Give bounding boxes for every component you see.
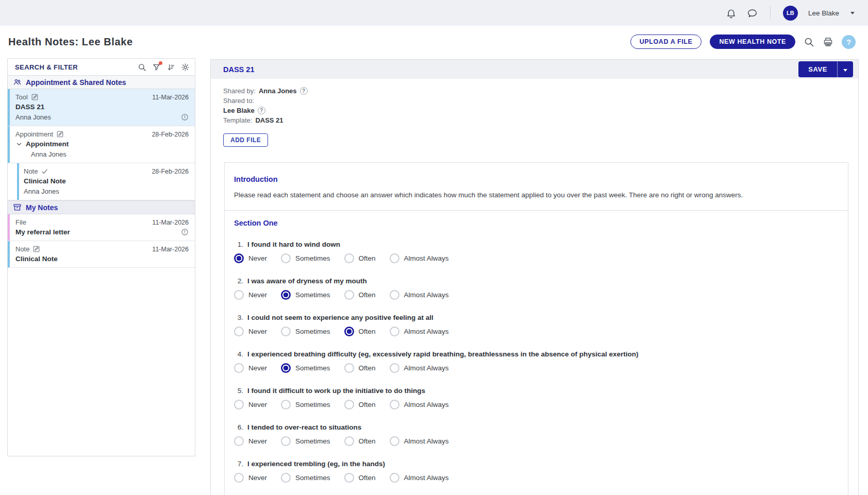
radio-button[interactable] (344, 290, 354, 300)
radio-button[interactable] (234, 400, 244, 409)
answer-option-sometimes[interactable]: Sometimes (281, 290, 330, 300)
radio-button[interactable] (281, 436, 291, 446)
answer-option-sometimes[interactable]: Sometimes (281, 253, 330, 263)
note-item-clinical-note-shared[interactable]: Note 28-Feb-2026 Clinical Note Anna Jone… (8, 163, 195, 200)
save-button[interactable]: SAVE (798, 61, 838, 77)
radio-button[interactable] (344, 473, 354, 483)
radio-label: Often (359, 474, 376, 482)
shared-notes-section-label: Appointment & Shared Notes (26, 78, 126, 87)
note-item-clinical-note-mine[interactable]: Note 11-Mar-2026 Clinical Note (8, 241, 195, 268)
save-dropdown-button[interactable] (838, 61, 853, 77)
answer-option-almost-always[interactable]: Almost Always (390, 400, 449, 409)
radio-button[interactable] (390, 327, 399, 336)
answer-option-sometimes[interactable]: Sometimes (281, 327, 330, 336)
save-button-group: SAVE (798, 61, 853, 77)
radio-button[interactable] (281, 400, 291, 409)
radio-button[interactable] (234, 327, 244, 336)
shared-to-value: Lee Blake (223, 107, 255, 114)
edit-icon (32, 245, 40, 253)
template-label: Template: (223, 116, 252, 124)
help-circle-icon[interactable]: ? (300, 87, 308, 95)
note-item-appointment[interactable]: Appointment 28-Feb-2026 Appointment Anna… (8, 126, 195, 163)
answer-option-almost-always[interactable]: Almost Always (390, 290, 449, 300)
radio-button[interactable] (281, 363, 291, 373)
question-item: 5.I found it difficult to work up the in… (234, 387, 839, 409)
help-icon[interactable]: ? (842, 35, 856, 49)
my-notes-section-header[interactable]: My Notes (8, 200, 195, 214)
radio-button[interactable] (390, 290, 399, 300)
answer-option-sometimes[interactable]: Sometimes (281, 363, 330, 373)
answer-option-almost-always[interactable]: Almost Always (390, 436, 449, 446)
note-item-dass21[interactable]: Tool 11-Mar-2026 DASS 21 Anna Jones (8, 89, 195, 126)
answer-option-never[interactable]: Never (234, 327, 267, 336)
user-menu-caret-icon[interactable] (850, 12, 855, 14)
radio-button[interactable] (281, 253, 291, 263)
answer-option-never[interactable]: Never (234, 400, 267, 409)
print-icon[interactable] (823, 37, 833, 47)
messages-chat-icon[interactable] (747, 8, 758, 19)
radio-button[interactable] (344, 327, 354, 336)
item-title: Clinical Note (15, 255, 58, 263)
radio-button[interactable] (234, 363, 244, 373)
info-icon[interactable] (181, 113, 189, 121)
radio-button[interactable] (390, 400, 399, 409)
radio-button[interactable] (344, 253, 354, 263)
radio-button[interactable] (390, 253, 399, 263)
answer-option-often[interactable]: Often (344, 473, 376, 483)
search-icon[interactable] (804, 37, 814, 47)
question-text: I was aware of dryness of my mouth (247, 277, 367, 285)
shared-notes-section-header[interactable]: Appointment & Shared Notes (8, 76, 195, 89)
radio-button[interactable] (281, 290, 291, 300)
answer-option-almost-always[interactable]: Almost Always (390, 253, 449, 263)
radio-button[interactable] (344, 400, 354, 409)
new-health-note-button[interactable]: NEW HEALTH NOTE (710, 35, 795, 49)
answer-option-almost-always[interactable]: Almost Always (390, 327, 449, 336)
sort-icon[interactable] (166, 63, 175, 72)
radio-label: Often (359, 364, 376, 372)
answer-option-often[interactable]: Often (344, 363, 376, 373)
chevron-down-icon[interactable] (15, 141, 23, 148)
radio-button[interactable] (344, 363, 354, 373)
radio-button[interactable] (281, 327, 291, 336)
search-filter-header: SEARCH & FILTER (8, 59, 195, 76)
radio-button[interactable] (390, 363, 399, 373)
answer-option-sometimes[interactable]: Sometimes (281, 436, 330, 446)
radio-button[interactable] (281, 473, 291, 483)
sidebar-search-icon[interactable] (138, 63, 146, 72)
info-icon[interactable] (181, 228, 189, 236)
answer-option-often[interactable]: Often (344, 400, 376, 409)
radio-button[interactable] (234, 436, 244, 446)
answer-option-sometimes[interactable]: Sometimes (281, 473, 330, 483)
answer-option-almost-always[interactable]: Almost Always (390, 363, 449, 373)
radio-button[interactable] (390, 436, 399, 446)
question-text: I found it difficult to work up the init… (247, 387, 425, 395)
answer-option-often[interactable]: Often (344, 327, 376, 336)
item-date: 11-Mar-2026 (152, 219, 189, 226)
notifications-bell-icon[interactable] (726, 8, 737, 19)
answer-option-often[interactable]: Often (344, 253, 376, 263)
gear-icon[interactable] (181, 63, 190, 72)
radio-button[interactable] (234, 290, 244, 300)
answer-option-never[interactable]: Never (234, 436, 267, 446)
answer-option-almost-always[interactable]: Almost Always (390, 473, 449, 483)
radio-button[interactable] (344, 436, 354, 446)
answer-option-never[interactable]: Never (234, 253, 267, 263)
user-avatar[interactable]: LB (783, 6, 798, 21)
question-item: 2.I was aware of dryness of my mouthNeve… (234, 277, 839, 300)
answer-option-often[interactable]: Often (344, 436, 376, 446)
radio-button[interactable] (390, 473, 399, 483)
answer-option-never[interactable]: Never (234, 473, 267, 483)
help-circle-icon[interactable]: ? (258, 107, 265, 114)
radio-button[interactable] (234, 473, 244, 483)
add-file-button[interactable]: ADD FILE (223, 133, 268, 147)
radio-button[interactable] (234, 253, 244, 263)
upload-file-button[interactable]: UPLOAD A FILE (630, 35, 702, 49)
answer-option-often[interactable]: Often (344, 290, 376, 300)
question-number: 6. (234, 423, 243, 431)
note-item-referral-letter[interactable]: File 11-Mar-2026 My referral letter (8, 214, 195, 241)
question-item: 7.I experienced trembling (eg, in the ha… (234, 460, 839, 483)
filter-icon[interactable] (152, 63, 161, 72)
answer-option-sometimes[interactable]: Sometimes (281, 400, 330, 409)
answer-option-never[interactable]: Never (234, 363, 267, 373)
answer-option-never[interactable]: Never (234, 290, 267, 300)
